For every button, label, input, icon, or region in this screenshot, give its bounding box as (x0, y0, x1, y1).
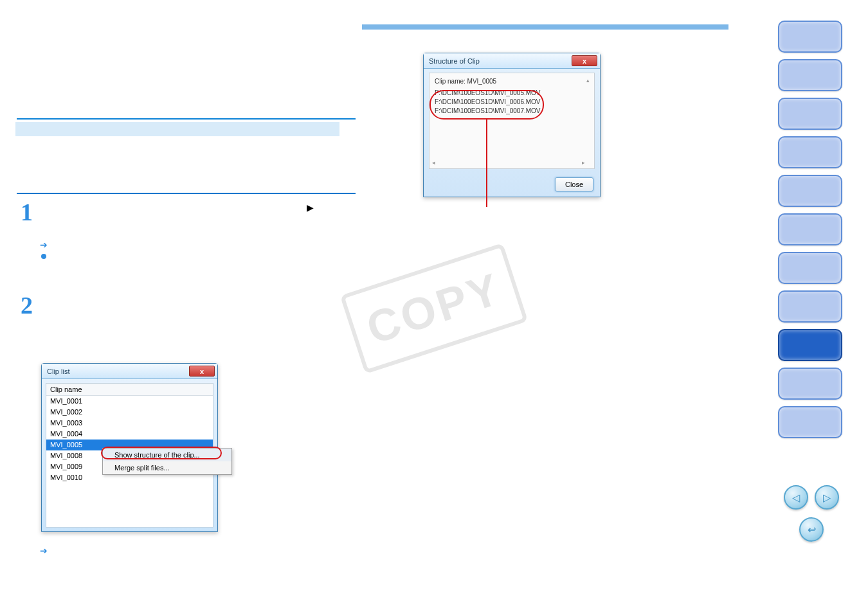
clip-list-title: Clip list (47, 368, 69, 375)
left-column (17, 122, 359, 136)
header-divider (362, 24, 728, 30)
step-1-number: 1 (21, 198, 33, 226)
return-arrow-icon: ↩ (808, 524, 816, 536)
close-icon[interactable]: x (572, 55, 597, 66)
triangle-left-icon: ◁ (792, 492, 800, 504)
result-arrow-icon: ➔ (40, 240, 48, 250)
structure-dialog-title: Structure of Clip (429, 57, 480, 65)
sidebar-tab-4[interactable] (778, 136, 842, 168)
next-page-button[interactable]: ▷ (815, 485, 839, 510)
copy-watermark-text: COPY (340, 243, 529, 374)
clip-list-column-header[interactable]: Clip name (46, 384, 213, 396)
sidebar-tab-6[interactable] (778, 213, 842, 245)
highlight-oval-context (101, 447, 222, 459)
result-arrow-icon: ➔ (40, 546, 48, 556)
copy-watermark: COPY (295, 176, 573, 441)
list-item[interactable]: MVI_0002 (46, 407, 213, 418)
list-item[interactable]: MVI_0004 (46, 429, 213, 440)
clip-list-titlebar[interactable]: Clip list x (42, 364, 217, 379)
play-icon: ▶ (307, 202, 314, 213)
page-nav-buttons: ◁ ▷ ↩ (779, 483, 844, 544)
list-item[interactable]: MVI_0003 (46, 418, 213, 429)
section-rule-mid (17, 193, 356, 194)
sidebar-tab-10[interactable] (778, 368, 842, 400)
sidebar-tab-2[interactable] (778, 59, 842, 91)
step-2-number: 2 (21, 291, 33, 319)
shaded-heading-band (15, 122, 339, 136)
list-item[interactable]: MVI_0001 (46, 396, 213, 407)
scroll-right-icon[interactable]: ▸ (582, 158, 585, 167)
menu-merge-split[interactable]: Merge split files... (103, 461, 231, 474)
sidebar-tab-11[interactable] (778, 406, 842, 438)
sidebar-tab-7[interactable] (778, 252, 842, 284)
highlight-oval-structure (429, 90, 544, 120)
sidebar-tab-1[interactable] (778, 21, 842, 53)
sidebar-tab-3[interactable] (778, 98, 842, 130)
triangle-right-icon: ▷ (823, 492, 831, 504)
scroll-left-icon[interactable]: ◂ (432, 158, 435, 167)
return-button[interactable]: ↩ (799, 517, 824, 542)
structure-dialog-body: Clip name: MVI_0005 F:\DCIM\100EOS1D\MVI… (429, 73, 595, 169)
prev-page-button[interactable]: ◁ (784, 485, 808, 510)
clip-name-label: Clip name: MVI_0005 (435, 77, 589, 86)
sidebar-tab-8[interactable] (778, 290, 842, 323)
sidebar-nav (778, 21, 842, 438)
section-rule-top (17, 118, 356, 120)
bullet-dot-icon (41, 254, 46, 259)
close-icon[interactable]: x (189, 366, 215, 377)
structure-of-clip-dialog: Structure of Clip x Clip name: MVI_0005 … (423, 53, 601, 197)
structure-dialog-titlebar[interactable]: Structure of Clip x (424, 53, 600, 69)
sidebar-tab-9-active[interactable] (778, 329, 842, 361)
close-button[interactable]: Close (555, 177, 593, 191)
sidebar-tab-5[interactable] (778, 175, 842, 207)
scroll-up-icon[interactable]: ▴ (586, 76, 593, 82)
